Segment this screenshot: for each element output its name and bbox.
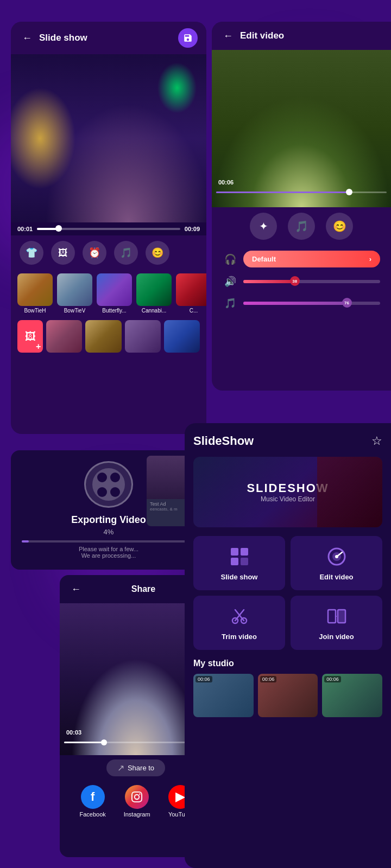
banner-subtitle: Music Video Editor [247, 495, 329, 503]
feature-slideshow[interactable]: Slide show [193, 536, 285, 590]
progress-fill-right [216, 192, 349, 193]
effect-c[interactable]: C... [176, 273, 206, 314]
svg-rect-0 [231, 548, 238, 556]
banner-text: SLIDESHOW Music Video Editor [247, 481, 329, 503]
edit-video-time: 00:06 [218, 179, 234, 186]
emoji-icon: 😊 [152, 247, 163, 259]
app-title: SlideShow [193, 434, 371, 448]
svg-rect-1 [241, 548, 248, 556]
edit-video-progress[interactable] [216, 192, 387, 193]
effect-bowtiev[interactable]: BowTieV [57, 273, 92, 314]
film-dot [97, 487, 107, 497]
slideshow-progress-bar[interactable] [37, 228, 180, 230]
film-reel-inner [92, 468, 125, 501]
gallery-tool-button[interactable]: 🖼 [51, 241, 75, 265]
emoji-tool-button-right[interactable]: 😊 [326, 213, 353, 240]
audio-row-music: 🎵 76 [223, 296, 380, 311]
default-label: Default [252, 255, 276, 263]
emoji-icon-right: 😊 [333, 220, 346, 233]
edit-video-title: Edit video [240, 30, 382, 41]
joinvideo-feature-icon [325, 604, 349, 628]
studio-video-1[interactable]: 00:06 [193, 674, 254, 717]
edit-video-preview: 00:06 [212, 50, 391, 207]
facebook-share[interactable]: f Facebook [79, 785, 105, 818]
effect-butterfly[interactable]: Butterfly... [97, 273, 132, 314]
export-progress-bar [22, 540, 195, 542]
share-video-time: 00:03 [66, 729, 81, 736]
effect-label: C... [190, 308, 198, 314]
studio-time-3: 00:06 [324, 676, 341, 682]
music-icon: 🎵 [120, 247, 132, 259]
music-tool-button[interactable]: 🎵 [114, 241, 138, 265]
share-back-button[interactable]: ← [68, 582, 84, 597]
headphones-icon: 🎧 [223, 252, 238, 267]
share-to-button[interactable]: ↗ Share to [106, 760, 165, 776]
slideshow-controls: 00:01 00:09 [11, 222, 206, 235]
studio-videos-row: 00:06 00:06 00:06 [193, 674, 382, 717]
save-button[interactable] [178, 28, 198, 48]
music-note-tool-button[interactable]: 🎵 [288, 213, 315, 240]
cursor-tool-button[interactable]: ✦ [250, 213, 277, 240]
music-note-icon-audio: 🎵 [223, 296, 238, 311]
volume-slider[interactable]: 38 [243, 280, 380, 283]
photo-3[interactable] [125, 320, 161, 353]
joinvideo-feature-label: Join video [319, 633, 354, 641]
instagram-share[interactable]: Instagram [124, 785, 150, 818]
feature-editvideo[interactable]: Edit video [291, 536, 382, 590]
facebook-icon: f [81, 785, 105, 809]
emoji-tool-button[interactable]: 😊 [146, 241, 169, 265]
slideshow-video-preview [11, 54, 206, 222]
share-progress-fill [64, 742, 104, 743]
add-icon: 🖼 [25, 330, 36, 343]
photos-row: 🖼 [11, 317, 206, 356]
studio-time-1: 00:06 [195, 676, 212, 682]
photo-1[interactable] [46, 320, 82, 353]
shirt-icon: 👕 [26, 247, 37, 259]
feature-trimvideo[interactable]: Trim video [193, 596, 285, 650]
studio-video-3[interactable]: 00:06 [322, 674, 382, 717]
share-to-label: Share to [128, 764, 154, 772]
effect-thumbnail [17, 273, 53, 306]
effect-bowteh[interactable]: BowTieH [17, 273, 53, 314]
export-title: Exporting Video [71, 514, 146, 526]
effect-cannabis[interactable]: Cannabi... [136, 273, 172, 314]
film-dot [110, 487, 120, 497]
dial-icon [327, 547, 346, 566]
clock-tool-button[interactable]: ⏰ [83, 241, 106, 265]
scissors-icon [230, 607, 249, 626]
edit-video-header: ← Edit video [212, 22, 391, 50]
edit-back-button[interactable]: ← [220, 28, 236, 43]
volume-fill: 38 [243, 280, 295, 283]
instagram-label: Instagram [124, 811, 150, 818]
volume-value: 38 [292, 279, 297, 284]
edit-video-panel: ← Edit video 00:06 ✦ 🎵 😊 🎧 Default › [212, 22, 391, 391]
default-audio-button[interactable]: Default › [243, 251, 380, 267]
music-value: 76 [344, 301, 349, 305]
shirt-tool-button[interactable]: 👕 [20, 241, 43, 265]
progress-thumb-right [346, 189, 352, 195]
svg-point-7 [335, 555, 338, 558]
add-photo-button[interactable]: 🖼 [17, 320, 43, 353]
export-percent: 4% [104, 528, 114, 536]
photo-4[interactable] [164, 320, 200, 353]
features-grid: Slide show Edit video [193, 536, 382, 650]
effect-label: Cannabi... [142, 308, 167, 314]
star-icon[interactable]: ☆ [371, 434, 382, 448]
feature-joinvideo[interactable]: Join video [291, 596, 382, 650]
trimvideo-feature-label: Trim video [222, 633, 257, 641]
effect-label: BowTieV [64, 308, 86, 314]
studio-title: My studio [193, 659, 382, 668]
share-progress-thumb [101, 739, 107, 745]
slideshow-feature-icon [228, 545, 251, 569]
slideshow-title: Slide show [39, 33, 178, 43]
studio-video-2[interactable]: 00:06 [258, 674, 318, 717]
export-wait-message: Please wait for a few... We are processi… [79, 546, 138, 559]
banner-person-image [317, 457, 382, 527]
audio-controls: 🎧 Default › 🔊 38 🎵 7 [212, 245, 391, 323]
editvideo-feature-icon [325, 545, 349, 569]
progress-fill [37, 228, 59, 230]
film-dot [97, 473, 107, 482]
music-slider[interactable]: 76 [243, 302, 380, 305]
back-button[interactable]: ← [20, 30, 35, 46]
photo-2[interactable] [85, 320, 121, 353]
